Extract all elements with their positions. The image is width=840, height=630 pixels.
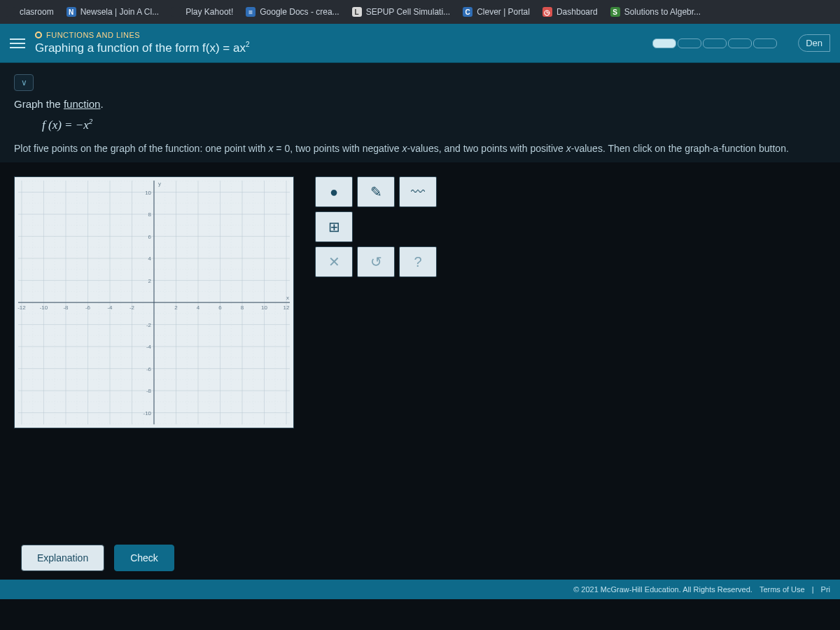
instr-b: = 0, two points with negative xyxy=(273,143,402,154)
svg-text:x: x xyxy=(286,295,289,301)
bookmark-label: Dashboard xyxy=(556,7,598,17)
problem-panel: ∨ Graph the function. f (x) = −x2 Plot f… xyxy=(0,63,840,162)
bookmark-icon xyxy=(172,7,181,17)
bookmark-label: SEPUP Cell Simulati... xyxy=(366,7,451,17)
graph-function-tool[interactable]: ⊞ xyxy=(315,211,353,242)
bookmark-icon: ◷ xyxy=(542,7,552,17)
clear-tool[interactable]: ✕ xyxy=(315,246,353,277)
bookmark-item[interactable]: Play Kahoot! xyxy=(172,7,233,17)
prompt: Graph the function. xyxy=(14,98,826,110)
bookmark-item[interactable]: SSolutions to Algebr... xyxy=(610,7,701,17)
terms-link[interactable]: Terms of Use xyxy=(760,585,805,594)
bookmark-label: Newsela | Join A Cl... xyxy=(80,7,160,17)
svg-text:8: 8 xyxy=(241,304,244,311)
menu-icon[interactable] xyxy=(10,38,25,48)
check-button[interactable]: Check xyxy=(114,545,174,571)
coordinate-grid: -12-12-10-10-8-8-6-6-4-4-2-2224466881010… xyxy=(15,177,293,428)
bookmark-icon: ≡ xyxy=(246,7,255,17)
svg-text:6: 6 xyxy=(148,234,152,240)
svg-text:y: y xyxy=(158,181,161,187)
bookmark-item[interactable]: LSEPUP Cell Simulati... xyxy=(352,7,451,17)
footer: © 2021 McGraw-Hill Education. All Rights… xyxy=(0,580,840,599)
curve-tool[interactable]: 〰 xyxy=(399,176,437,207)
privacy-link[interactable]: Pri xyxy=(821,585,830,594)
page-title: Graphing a function of the form f(x) = a… xyxy=(35,41,643,55)
bookmarks-bar: clasroomNNewsela | Join A Cl...Play Kaho… xyxy=(0,0,840,24)
svg-text:4: 4 xyxy=(148,255,152,262)
prompt-post: . xyxy=(100,98,103,110)
svg-text:2: 2 xyxy=(174,304,178,311)
svg-text:-12: -12 xyxy=(18,304,26,311)
instr-a: Plot five points on the graph of the fun… xyxy=(14,143,268,154)
svg-text:-10: -10 xyxy=(40,304,48,311)
function-expression: f (x) = −x2 xyxy=(42,117,826,132)
svg-text:6: 6 xyxy=(218,304,222,311)
bookmark-label: Play Kahoot! xyxy=(186,7,233,17)
fn-pre: f (x) = −x xyxy=(42,118,89,132)
svg-text:-4: -4 xyxy=(146,344,152,350)
work-area: -12-12-10-10-8-8-6-6-4-4-2-2224466881010… xyxy=(0,162,840,442)
fn-sup: 2 xyxy=(89,117,93,125)
help-tool[interactable]: ? xyxy=(399,246,437,277)
bookmark-item[interactable]: NNewsela | Join A Cl... xyxy=(66,7,160,17)
svg-text:8: 8 xyxy=(148,211,152,218)
graph-canvas[interactable]: -12-12-10-10-8-8-6-6-4-4-2-2224466881010… xyxy=(14,176,294,428)
title-pre: Graphing a function of the form f(x) = a… xyxy=(35,41,246,55)
bookmark-label: Clever | Portal xyxy=(477,7,530,17)
svg-text:10: 10 xyxy=(145,190,151,196)
svg-text:-4: -4 xyxy=(107,304,113,311)
category-label: FUNCTIONS AND LINES xyxy=(35,31,643,39)
svg-text:12: 12 xyxy=(284,304,290,311)
prompt-pre: Graph the xyxy=(14,98,64,110)
ring-icon xyxy=(35,31,42,38)
svg-text:-8: -8 xyxy=(146,388,152,394)
bookmark-icon: N xyxy=(66,7,76,17)
den-button[interactable]: Den xyxy=(798,34,830,52)
instr-x2: x xyxy=(402,143,407,154)
copyright: © 2021 McGraw-Hill Education. All Rights… xyxy=(573,585,752,594)
aleks-header: FUNCTIONS AND LINES Graphing a function … xyxy=(0,24,840,63)
collapse-toggle[interactable]: ∨ xyxy=(14,74,34,91)
instr-x3: x xyxy=(566,143,571,154)
tool-palette: ● ✎ 〰 ⊞ ✕ ↺ ? xyxy=(315,176,437,277)
svg-text:-6: -6 xyxy=(146,366,152,372)
title-sup: 2 xyxy=(246,41,250,48)
svg-text:-2: -2 xyxy=(146,322,152,328)
footer-sep: | xyxy=(812,585,814,594)
bottom-buttons: Explanation Check xyxy=(21,545,174,571)
instructions: Plot five points on the graph of the fun… xyxy=(14,142,826,156)
header-text: FUNCTIONS AND LINES Graphing a function … xyxy=(35,31,643,55)
bookmark-label: Solutions to Algebr... xyxy=(624,7,701,17)
bookmark-icon: L xyxy=(352,7,362,17)
svg-text:-2: -2 xyxy=(130,304,135,311)
explanation-button[interactable]: Explanation xyxy=(21,545,104,571)
function-link[interactable]: function xyxy=(64,98,101,110)
bookmark-item[interactable]: clasroom xyxy=(6,7,54,17)
svg-text:10: 10 xyxy=(261,304,267,311)
svg-text:-10: -10 xyxy=(144,410,152,416)
svg-text:-6: -6 xyxy=(85,304,91,311)
instr-c: -values, and two points with positive xyxy=(407,143,566,154)
category-text: FUNCTIONS AND LINES xyxy=(46,31,140,39)
svg-text:4: 4 xyxy=(197,304,200,311)
bookmark-item[interactable]: ◷Dashboard xyxy=(542,7,598,17)
bookmark-item[interactable]: CClever | Portal xyxy=(463,7,530,17)
bookmark-icon: S xyxy=(610,7,620,17)
undo-tool[interactable]: ↺ xyxy=(357,246,395,277)
pencil-tool[interactable]: ✎ xyxy=(357,176,395,207)
bookmark-label: clasroom xyxy=(20,7,54,17)
bookmark-item[interactable]: ≡Google Docs - crea... xyxy=(246,7,339,17)
bookmark-icon xyxy=(6,7,15,17)
point-tool[interactable]: ● xyxy=(315,176,353,207)
bookmark-label: Google Docs - crea... xyxy=(260,7,339,17)
svg-text:2: 2 xyxy=(148,278,152,284)
progress-meter xyxy=(652,38,777,48)
svg-text:-8: -8 xyxy=(63,304,69,311)
bookmark-icon: C xyxy=(463,7,472,17)
instr-d: -values. Then click on the graph-a-funct… xyxy=(571,143,789,154)
